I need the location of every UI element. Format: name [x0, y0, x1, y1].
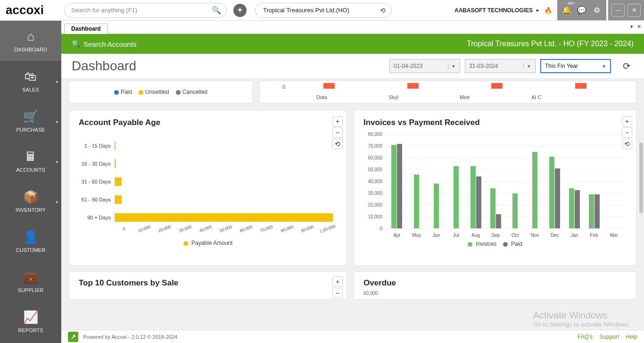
footer-text: Powered by Accoxi - 2.0.12 © 2018-2024 — [83, 334, 177, 340]
iv-bar — [549, 157, 554, 229]
quick-add-button[interactable]: + — [233, 4, 247, 17]
settings-icon[interactable]: ⚙ — [589, 3, 604, 18]
card-collapse-button[interactable]: − — [332, 288, 343, 298]
main-area: Dashboard ▾ ✕ 🔍 Search Accounts Tropical… — [61, 21, 644, 343]
nav-label: SALES — [22, 87, 39, 92]
iv-bar-group — [387, 134, 407, 228]
iv-bar-group — [604, 134, 624, 228]
ap-x-axis: 010,00020,00030,00040,00050,00060,00070,… — [115, 226, 337, 231]
close-button[interactable]: ✕ — [627, 4, 641, 17]
iv-bar-group — [525, 134, 545, 228]
x-tick: Apr — [387, 233, 407, 238]
system-icons: 🔔 💬 ⚙ — [557, 0, 606, 20]
range-select[interactable]: This Fin Year ▼ — [540, 59, 611, 73]
search-icon[interactable]: 🔍 — [212, 6, 221, 15]
footer-link-help[interactable]: Help — [626, 334, 637, 340]
nav-purchase[interactable]: 🛒 PURCHASE ▸ — [0, 101, 61, 141]
nav-label: ACCOUNTS — [16, 167, 45, 173]
overdue-card: Overdue 60,000 — [354, 271, 636, 300]
card-title: Invoices vs Payment Received — [363, 118, 627, 127]
search-input[interactable] — [64, 3, 227, 18]
notification-icon[interactable]: 🔔 — [559, 3, 574, 18]
y-tick: 60,000 — [363, 291, 627, 296]
card-expand-button[interactable]: + — [622, 116, 632, 126]
footer-link-faq[interactable]: FAQ's — [578, 334, 593, 340]
footer-logo-icon: ↗ — [68, 332, 78, 342]
card-collapse-button[interactable]: − — [332, 127, 343, 138]
date-to-picker[interactable]: 31-03-2024 ▼ — [465, 59, 536, 73]
box-icon: 📦 — [23, 190, 38, 204]
nav-dashboard[interactable]: ⌂ DASHBOARD — [0, 21, 61, 61]
iv-bar — [434, 184, 439, 228]
x-tick: Jan — [564, 233, 584, 238]
left-nav: ⌂ DASHBOARD 🛍 SALES ▸ 🛒 PURCHASE ▸ 🖩 ACC… — [0, 21, 61, 343]
tab-dropdown-icon[interactable]: ▾ — [630, 24, 633, 30]
ap-bar-row: 61 - 90 Days — [79, 191, 337, 209]
refresh-button[interactable]: ⟳ — [619, 59, 634, 73]
y-tick: 20,000 — [363, 202, 382, 208]
page-title: Dashboard — [72, 59, 136, 74]
footer-link-support[interactable]: Support — [599, 334, 619, 340]
tenant-chevron-icon[interactable]: ▸ — [537, 7, 539, 13]
legend-unsettled: Unsettled — [139, 89, 169, 95]
ap-category-label: 90 + Days — [79, 215, 115, 220]
search-accounts-button[interactable]: 🔍 Search Accounts — [72, 40, 137, 48]
iv-bar — [589, 194, 594, 229]
ap-bar-row: 31 - 60 Days — [79, 173, 337, 191]
iv-bar — [512, 193, 518, 228]
date-from-picker[interactable]: 01-04-2023 ▼ — [389, 59, 460, 73]
nav-reports[interactable]: 📈 REPORTS — [0, 301, 61, 342]
chevron-down-icon: ▼ — [448, 64, 456, 69]
search-accounts-label: Search Accounts — [83, 40, 137, 48]
tab-dashboard[interactable]: Dashboard — [64, 24, 108, 34]
top-mini-chart: 0 Data Skyl Metr AI C — [259, 81, 636, 103]
mini-bars — [260, 83, 636, 90]
x-cat: Data — [316, 94, 327, 100]
x-cat: Skyl — [388, 94, 398, 100]
x-tick: Oct — [505, 233, 525, 238]
vertical-scrollbar[interactable] — [639, 109, 643, 270]
minimize-button[interactable]: — — [611, 4, 625, 17]
nav-label: REPORTS — [18, 327, 43, 333]
nav-label: DASHBOARD — [14, 47, 47, 52]
app-logo: accoxi — [0, 3, 61, 17]
footer-links: FAQ's Support Help — [578, 334, 637, 340]
nav-supplier[interactable]: 💼 SUPPLIER — [0, 261, 61, 301]
card-expand-button[interactable]: + — [332, 116, 343, 126]
context-bar: 🔍 Search Accounts Tropical Treasures Pvt… — [61, 34, 644, 54]
x-tick: Jun — [427, 233, 446, 238]
nav-customer[interactable]: 👤 CUSTOMER — [0, 221, 61, 261]
sync-icon[interactable]: ⟲ — [380, 7, 386, 14]
calculator-icon: 🖩 — [25, 150, 37, 164]
tab-strip: Dashboard ▾ ✕ — [61, 21, 644, 34]
x-tick: Dec — [545, 233, 565, 238]
top-bar: accoxi 🔍 + Tropical Treasures Pvt Ltd.(H… — [0, 0, 644, 21]
x-tick: Nov — [525, 233, 545, 238]
iv-bar — [391, 145, 396, 229]
tab-controls: ▾ ✕ — [630, 24, 641, 30]
range-label: This Fin Year — [545, 63, 578, 69]
nav-label: INVENTORY — [16, 207, 46, 213]
briefcase-icon: 💼 — [23, 270, 38, 284]
iv-bar-group — [545, 134, 565, 228]
card-title: Account Payable Age — [79, 118, 337, 127]
x-tick: Aug — [466, 233, 486, 238]
chat-icon[interactable]: 💬 — [574, 3, 589, 18]
iv-bar — [555, 168, 560, 229]
ap-legend: Payable Amount — [79, 240, 337, 246]
nav-accounts[interactable]: 🖩 ACCOUNTS ▸ — [0, 141, 61, 181]
nav-sales[interactable]: 🛍 SALES ▸ — [0, 61, 61, 101]
iv-bar — [569, 188, 574, 228]
tab-close-icon[interactable]: ✕ — [637, 24, 641, 30]
card-expand-button[interactable]: + — [332, 276, 343, 287]
nav-inventory[interactable]: 📦 INVENTORY ▸ — [0, 181, 61, 221]
y-tick: 40,000 — [363, 179, 382, 184]
flame-icon[interactable]: 🔥 — [542, 5, 553, 16]
y-tick: 0 — [363, 226, 382, 231]
tenant-name[interactable]: AABASOFT TECHNOLOGIES — [454, 7, 533, 14]
chevron-right-icon: ▸ — [56, 118, 58, 124]
iv-bar — [490, 188, 495, 228]
x-tick: Jul — [446, 233, 466, 238]
company-selector[interactable]: Tropical Treasures Pvt Ltd.(HO) ⟲ — [255, 3, 392, 18]
iv-bar — [594, 194, 600, 229]
